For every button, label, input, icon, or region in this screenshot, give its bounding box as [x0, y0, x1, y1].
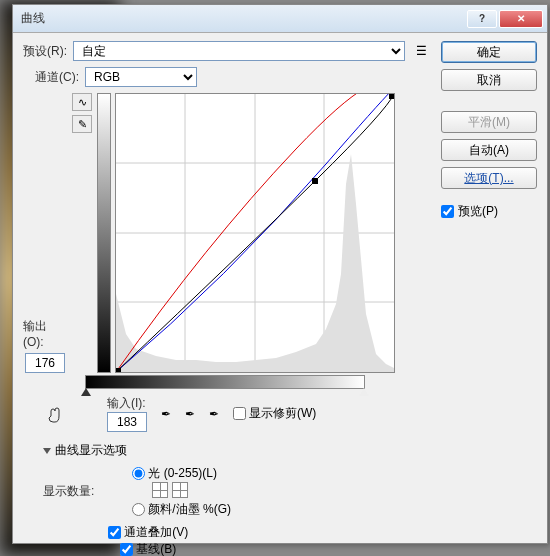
light-radio[interactable]: 光 (0-255)(L) [132, 465, 231, 482]
preview-checkbox[interactable]: 预览(P) [441, 203, 537, 220]
grid-large-icon[interactable] [172, 482, 188, 498]
pencil-tool-icon[interactable]: ✎ [72, 115, 92, 133]
ok-button[interactable]: 确定 [441, 41, 537, 63]
eyedropper-black-icon[interactable]: ✒ [157, 405, 175, 423]
close-button[interactable]: ✕ [499, 10, 543, 28]
baseline-checkbox[interactable]: 基线(B) [120, 541, 189, 556]
curve-graph[interactable] [115, 93, 395, 373]
horizontal-gradient[interactable] [85, 375, 365, 389]
show-clipping-checkbox[interactable]: 显示修剪(W) [233, 405, 316, 422]
smooth-button[interactable]: 平滑(M) [441, 111, 537, 133]
help-button[interactable]: ? [467, 10, 497, 28]
output-field[interactable] [25, 353, 65, 373]
overlay-checkbox[interactable]: 通道叠加(V) [108, 524, 189, 541]
svg-rect-7 [389, 94, 394, 99]
curves-dialog: 曲线 ? ✕ 预设(R): 自定 ☰ 通道(C): RGB 输出(O): ∿ [12, 4, 548, 544]
titlebar[interactable]: 曲线 ? ✕ [13, 5, 547, 33]
preset-select[interactable]: 自定 [73, 41, 405, 61]
preset-label: 预设(R): [23, 43, 67, 60]
black-slider[interactable] [81, 388, 91, 396]
input-label: 输入(I): [107, 395, 147, 412]
auto-button[interactable]: 自动(A) [441, 139, 537, 161]
eyedropper-white-icon[interactable]: ✒ [205, 405, 223, 423]
channel-label: 通道(C): [35, 69, 79, 86]
curve-point[interactable] [312, 178, 318, 184]
hand-tool-icon[interactable] [43, 404, 67, 428]
svg-rect-6 [116, 368, 121, 372]
grid-small-icon[interactable] [152, 482, 168, 498]
window-title: 曲线 [17, 10, 465, 27]
output-label: 输出(O): [23, 318, 67, 349]
ink-radio[interactable]: 颜料/油墨 %(G) [132, 501, 231, 518]
options-button[interactable]: 选项(T)... [441, 167, 537, 189]
vertical-gradient [97, 93, 111, 373]
preset-menu-icon[interactable]: ☰ [411, 41, 431, 61]
white-slider[interactable] [359, 388, 369, 396]
input-field[interactable] [107, 412, 147, 432]
eyedropper-gray-icon[interactable]: ✒ [181, 405, 199, 423]
cancel-button[interactable]: 取消 [441, 69, 537, 91]
display-amount-label: 显示数量: [43, 483, 94, 500]
curve-display-options-toggle[interactable]: 曲线显示选项 [43, 442, 431, 459]
channel-select[interactable]: RGB [85, 67, 197, 87]
curve-tool-icon[interactable]: ∿ [72, 93, 92, 111]
